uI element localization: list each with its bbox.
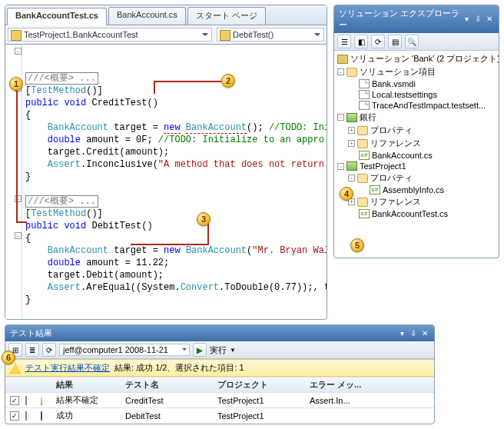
dropdown-icon[interactable]: ▼ — [230, 347, 236, 354]
col-project[interactable]: プロジェクト — [214, 379, 307, 391]
tree-label: ソリューション項目 — [360, 66, 436, 78]
collapse-toggle[interactable]: - — [337, 68, 344, 75]
test-results-pane: テスト結果 ▾ ⇩ ✕ ⊞ ≣ ⟳ jeff@computer1 2008-11… — [5, 324, 435, 424]
file-icon — [359, 79, 370, 88]
pin-icon[interactable]: ⇩ — [473, 15, 482, 24]
close-icon[interactable]: ✕ — [420, 329, 429, 338]
col-result[interactable]: 結果 — [53, 379, 122, 391]
brace: { — [25, 233, 31, 244]
status-text: 結果: 成功 1/2、選択された項目: 1 — [114, 362, 244, 374]
type-bankaccount: BankAccount — [186, 122, 247, 134]
tree-item[interactable]: c#AssemblyInfo.cs — [337, 185, 497, 195]
tree-project-test[interactable]: -TestProject1 — [337, 161, 497, 171]
row-checkbox[interactable]: ✓ — [10, 396, 19, 405]
solution-tree[interactable]: ソリューション 'Bank' (2 プロジェクト) -ソリューション項目 Ban… — [334, 51, 499, 258]
tree-label: AssemblyInfo.cs — [383, 185, 444, 195]
cell-test: CreditTest — [122, 396, 214, 405]
type-assert: Assert — [48, 159, 81, 170]
refresh-button[interactable]: ⟳ — [371, 35, 385, 48]
search-button[interactable]: 🔍 — [405, 35, 419, 48]
code-text: amount = 0F; — [81, 135, 158, 145]
attr-testmethod: TestMethod — [31, 208, 86, 219]
callout-1: 1 — [9, 77, 23, 91]
kw-double: double — [48, 258, 81, 268]
tree-label: BankAccountTest.cs — [372, 209, 448, 218]
kw-new: new — [164, 245, 181, 256]
solution-icon — [337, 55, 348, 64]
refresh-button[interactable]: ⟳ — [42, 343, 56, 357]
col-test[interactable]: テスト名 — [122, 379, 214, 391]
stmt-debit: target.Debit(amount); — [48, 270, 164, 281]
kw-double: double — [48, 135, 81, 145]
csharp-file-icon: c# — [359, 209, 370, 218]
cell-project: TestProject1 — [214, 411, 307, 421]
page-icon — [25, 411, 27, 421]
class-selector[interactable]: TestProject1.BankAccountTest — [8, 28, 212, 42]
grid-row[interactable]: ✓ 結果不確定 CreditTest TestProject1 Assert.I… — [5, 392, 434, 407]
fold-toggle[interactable]: - — [15, 232, 22, 239]
collapse-toggle[interactable]: - — [348, 175, 355, 181]
tree-item[interactable]: TraceAndTestImpact.testsett... — [337, 100, 497, 111]
member-selector[interactable]: DebitTest() — [217, 28, 324, 42]
tree-label: プロパティ — [370, 172, 413, 184]
dropdown-icon[interactable]: ▾ — [397, 329, 406, 338]
editor-tabstrip: BankAccountTest.cs BankAccount.cs スタート ペ… — [5, 5, 327, 25]
tree-item[interactable]: Bank.vsmdi — [337, 78, 497, 89]
brace: } — [25, 171, 31, 182]
attr-testmethod: TestMethod — [31, 85, 86, 96]
summary-collapsed[interactable]: ///<概要> ... — [25, 195, 98, 208]
test-run-selector[interactable]: jeff@computer1 2008-11-21 — [59, 344, 190, 356]
tree-item[interactable]: -プロパティ — [337, 171, 497, 185]
file-icon — [359, 101, 370, 110]
tree-item[interactable]: +プロパティ — [337, 124, 497, 137]
tree-label: リファレンス — [370, 196, 421, 208]
tree-item[interactable]: c#BankAccount.cs — [337, 150, 497, 161]
csharp-file-icon: c# — [370, 185, 380, 195]
run-button[interactable]: ▶ — [193, 343, 207, 357]
tree-label: リファレンス — [370, 138, 421, 149]
callout-5: 5 — [350, 238, 364, 252]
comment-todo: //TODO: Initialize to an appro... — [158, 135, 327, 145]
status-link[interactable]: テスト実行結果不確定 — [25, 362, 110, 374]
expand-toggle[interactable]: + — [348, 127, 355, 134]
tree-root[interactable]: ソリューション 'Bank' (2 プロジェクト) — [337, 52, 497, 65]
code-text: .ToDouble(0.77));, targ... — [219, 282, 327, 293]
tree-project-bank[interactable]: -銀行 — [337, 111, 497, 124]
tree-solution-items[interactable]: -ソリューション項目 — [337, 65, 497, 78]
tab-bankaccount[interactable]: BankAccount.cs — [108, 7, 186, 25]
tree-item[interactable]: +リファレンス — [337, 195, 497, 208]
kw-void: void — [64, 98, 86, 108]
pane-title-text: テスト結果 — [10, 328, 52, 339]
grid-row[interactable]: ✓ 成功 DebitTest TestProject1 — [5, 407, 434, 423]
pin-icon[interactable]: ⇩ — [409, 329, 418, 338]
tree-item[interactable]: Local.testsettings — [337, 89, 497, 100]
show-all-button[interactable]: ◧ — [354, 35, 368, 48]
callout-4: 4 — [340, 187, 353, 201]
code-editor-pane: BankAccountTest.cs BankAccount.cs スタート ペ… — [5, 5, 327, 320]
list-button[interactable]: ≣ — [25, 343, 39, 357]
callout-2: 2 — [221, 74, 235, 88]
warning-icon — [10, 363, 21, 374]
solution-explorer-pane: ソリューション エクスプローラー ▾ ⇩ ✕ ☰ ◧ ⟳ ▤ 🔍 ソリューション… — [333, 5, 499, 258]
expand-toggle[interactable]: + — [348, 140, 355, 147]
cell-test: DebitTest — [122, 411, 214, 421]
editor-navigation-bar: TestProject1.BankAccountTest DebitTest() — [5, 25, 327, 45]
code-text: target = — [108, 122, 164, 133]
fold-toggle[interactable]: - — [15, 48, 22, 55]
test-toolbar: ⊞ ≣ ⟳ jeff@computer1 2008-11-21 ▶ 実行 ▼ — [5, 341, 434, 359]
collapse-toggle[interactable]: - — [337, 114, 344, 121]
code-text-area[interactable]: - - - - ///<概要> ... [TestMethod()] publi… — [5, 45, 327, 319]
tree-item[interactable]: +リファレンス — [337, 137, 497, 150]
tab-bankaccounttest[interactable]: BankAccountTest.cs — [7, 8, 107, 25]
callout-connector — [131, 244, 209, 245]
collapse-toggle[interactable]: - — [337, 163, 344, 170]
dropdown-icon[interactable]: ▾ — [462, 15, 471, 24]
col-error[interactable]: エラー メッ... — [307, 379, 433, 391]
row-checkbox[interactable]: ✓ — [10, 411, 19, 421]
close-icon[interactable]: ✕ — [485, 15, 494, 24]
properties-button[interactable]: ☰ — [337, 35, 351, 48]
view-code-button[interactable]: ▤ — [388, 35, 402, 48]
run-label: 実行 — [210, 344, 227, 356]
tree-item[interactable]: c#BankAccountTest.cs — [337, 208, 497, 219]
tab-startpage[interactable]: スタート ページ — [187, 7, 266, 25]
